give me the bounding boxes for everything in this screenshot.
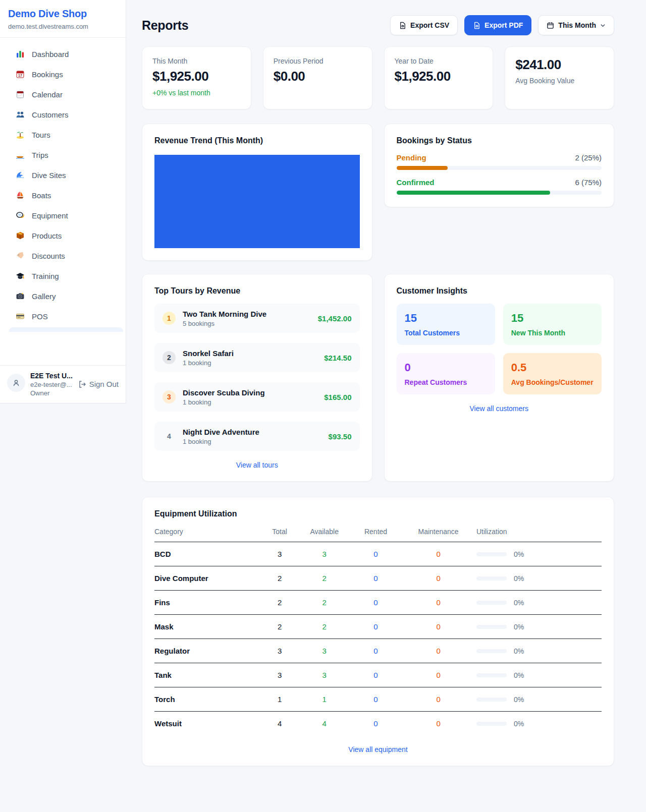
cell-available: 2 (298, 615, 351, 639)
charts-row: Revenue Trend (This Month) Bookings by S… (142, 124, 614, 261)
sidebar-item-trips[interactable]: Trips (6, 145, 120, 165)
status-label: Confirmed (397, 178, 435, 187)
logout-icon (78, 380, 86, 388)
top-tours-card: Top Tours by Revenue 1 Two Tank Morning … (142, 274, 372, 482)
sidebar-item-pos[interactable]: POS (6, 306, 120, 326)
sidebar-item-dashboard[interactable]: Dashboard (6, 44, 120, 64)
cell-category: Mask (154, 615, 262, 639)
utilization-track (476, 601, 507, 605)
period-label: This Month (558, 21, 596, 29)
person-icon (12, 378, 21, 387)
table-row: Tank 3 3 0 0 0% (154, 663, 602, 687)
insight-tile-avg-bookings: 0.5 Avg Bookings/Customer (503, 353, 602, 394)
stat-card-this-month: This Month $1,925.00 +0% vs last month (142, 46, 251, 109)
table-header-row: Category Total Available Rented Maintena… (154, 528, 602, 542)
view-all-tours-link[interactable]: View all tours (154, 461, 360, 469)
stat-label: This Month (152, 57, 241, 65)
cell-category: Dive Computer (154, 566, 262, 591)
table-row: Wetsuit 4 4 0 0 0% (154, 712, 602, 736)
sidebar-item-gallery[interactable]: Gallery (6, 286, 120, 306)
chevron-down-icon (600, 23, 606, 28)
tour-amount: $1,452.00 (318, 314, 352, 323)
sidebar-item-label: Dive Sites (32, 171, 66, 180)
utilization-track (476, 576, 507, 581)
column-header-maintenance: Maintenance (400, 528, 476, 542)
sign-out-button[interactable]: Sign Out (78, 380, 119, 388)
sidebar-item-reports-partial[interactable] (9, 327, 123, 332)
cell-rented: 0 (351, 542, 400, 566)
cell-utilization: 0% (476, 615, 602, 639)
cell-total: 2 (262, 591, 298, 615)
stat-label: Avg Booking Value (515, 77, 604, 85)
utilization-track (476, 698, 507, 702)
view-all-customers-link[interactable]: View all customers (397, 404, 602, 413)
export-csv-button[interactable]: Export CSV (390, 15, 458, 35)
view-all-equipment-link[interactable]: View all equipment (154, 745, 602, 753)
tour-row: 2 Snorkel Safari 1 booking $214.50 (154, 343, 360, 372)
cell-utilization: 0% (476, 712, 602, 736)
sidebar-item-products[interactable]: Products (6, 225, 120, 246)
camera-icon (15, 291, 25, 301)
sidebar-item-equipment[interactable]: Equipment (6, 205, 120, 225)
export-pdf-button[interactable]: Export PDF (464, 15, 531, 35)
sidebar-item-calendar[interactable]: Calendar (6, 84, 120, 104)
insight-label: Total Customers (405, 329, 487, 337)
table-row: Regulator 3 3 0 0 0% (154, 639, 602, 663)
period-dropdown[interactable]: This Month (538, 15, 614, 35)
cell-rented: 0 (351, 687, 400, 712)
main-content: Reports Export CSV Export PDF This Month (126, 0, 646, 766)
tag-icon (15, 251, 25, 261)
column-header-utilization: Utilization (476, 528, 602, 542)
sidebar-item-discounts[interactable]: Discounts (6, 246, 120, 266)
table-row: BCD 3 3 0 0 0% (154, 542, 602, 566)
sidebar-item-customers[interactable]: Customers (6, 104, 120, 125)
utilization-percent: 0% (514, 720, 524, 728)
sidebar-item-label: Dashboard (32, 50, 69, 59)
cell-rented: 0 (351, 639, 400, 663)
insight-value: 0.5 (511, 361, 594, 374)
user-name: E2E Test U... (30, 372, 73, 380)
insight-value: 15 (511, 312, 594, 325)
tour-row: 3 Discover Scuba Diving 1 booking $165.0… (154, 382, 360, 412)
shop-name: Demo Dive Shop (8, 8, 118, 20)
cell-maintenance: 0 (400, 615, 476, 639)
stat-card-year-to-date: Year to Date $1,925.00 (384, 46, 494, 109)
cell-rented: 0 (351, 663, 400, 687)
island-icon (15, 130, 25, 140)
status-label: Pending (397, 153, 426, 162)
brand-block: Demo Dive Shop demo.test.divestreams.com (0, 0, 126, 38)
sidebar-item-dive-sites[interactable]: Dive Sites (6, 165, 120, 185)
column-header-category: Category (154, 528, 262, 542)
utilization-percent: 0% (514, 623, 524, 631)
column-header-rented: Rented (351, 528, 400, 542)
sailboat-icon (15, 190, 25, 200)
cell-available: 3 (298, 639, 351, 663)
svg-text:17: 17 (18, 74, 22, 77)
rank-badge: 3 (163, 390, 176, 403)
rank-badge: 1 (163, 312, 176, 325)
user-meta: E2E Test U... e2e-tester@... Owner (30, 372, 73, 397)
stat-value: $1,925.00 (395, 69, 483, 84)
equipment-utilization-title: Equipment Utilization (154, 509, 602, 518)
sidebar-item-bookings[interactable]: 17 Bookings (6, 64, 120, 84)
cell-category: Torch (154, 687, 262, 712)
cell-category: Regulator (154, 639, 262, 663)
utilization-track (476, 673, 507, 677)
sidebar-item-label: Gallery (32, 292, 56, 301)
table-row: Fins 2 2 0 0 0% (154, 591, 602, 615)
customer-insights-title: Customer Insights (397, 286, 602, 296)
user-panel: E2E Test U... e2e-tester@... Owner Sign … (0, 365, 126, 403)
cell-utilization: 0% (476, 639, 602, 663)
cell-available: 4 (298, 712, 351, 736)
sidebar-nav: Dashboard 17 Bookings Calendar Customers (0, 38, 126, 365)
wave-icon (15, 170, 25, 180)
user-email: e2e-tester@... (30, 381, 73, 388)
rank-badge: 2 (163, 351, 176, 364)
cell-total: 2 (262, 566, 298, 591)
header-actions: Export CSV Export PDF This Month (390, 15, 614, 35)
sidebar-item-boats[interactable]: Boats (6, 185, 120, 205)
sidebar-item-tours[interactable]: Tours (6, 125, 120, 145)
file-download-icon (399, 22, 406, 29)
sidebar-item-training[interactable]: Training (6, 266, 120, 286)
cell-utilization: 0% (476, 663, 602, 687)
